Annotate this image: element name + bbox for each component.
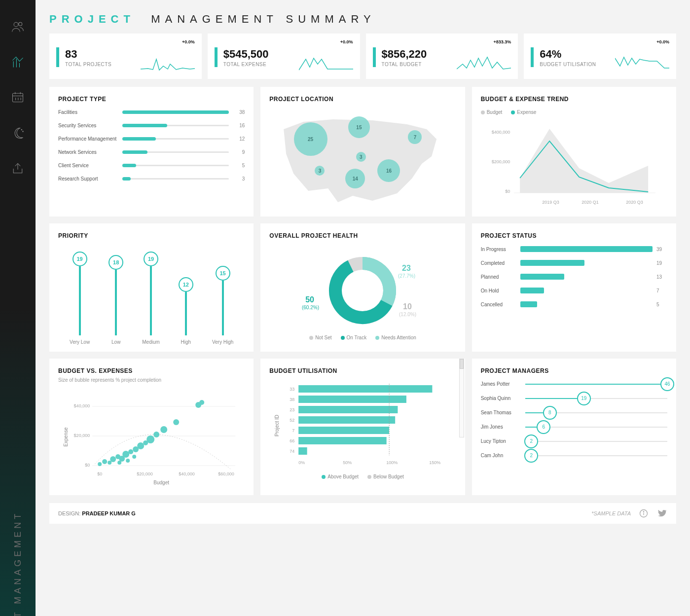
twitter-icon[interactable] xyxy=(656,508,667,519)
kpi-total-budget[interactable]: $856,220TOTAL BUDGET +833.3% xyxy=(366,34,518,79)
svg-point-1 xyxy=(19,22,22,26)
trend-chart[interactable]: $400,000 $200,000 $0 2019 Q3 2020 Q1 202… xyxy=(481,119,667,208)
svg-point-37 xyxy=(102,459,107,464)
nav-calendar[interactable] xyxy=(11,91,25,107)
svg-text:2020 Q3: 2020 Q3 xyxy=(626,200,643,205)
svg-point-49 xyxy=(160,426,167,433)
sparkline-icon xyxy=(299,54,353,74)
svg-text:Budget: Budget xyxy=(153,480,169,485)
svg-text:23: 23 xyxy=(402,264,411,272)
card-budget-utilisation: BUDGET UTILISATION Project ID 33 38 23 5… xyxy=(260,359,465,495)
ptype-row[interactable]: Security Services 16 xyxy=(58,123,245,128)
svg-text:7: 7 xyxy=(292,428,294,433)
card-health: OVERALL PROJECT HEALTH 23 (27.7%) 50 (60… xyxy=(260,223,465,352)
svg-text:2020 Q1: 2020 Q1 xyxy=(581,200,599,205)
svg-text:2019 Q3: 2019 Q3 xyxy=(542,200,559,205)
card-budget-vs-expenses: BUDGET VS. EXPENSES Size of bubble repre… xyxy=(49,359,254,495)
ptype-row[interactable]: Performance Management 12 xyxy=(58,136,245,142)
nav-people[interactable] xyxy=(11,20,25,36)
map-bubble[interactable]: 25 xyxy=(294,122,327,156)
svg-text:66: 66 xyxy=(290,438,294,443)
status-row[interactable]: Planned 13 xyxy=(481,274,667,280)
card-project-location: PROJECT LOCATION 25 15 7 3 3 14 16 xyxy=(260,87,465,217)
sidebar-vertical-label: PROJECT MANAGEMENT xyxy=(13,511,23,616)
card-budget-trend: BUDGET & EXPENSE TREND Budget Expense $4… xyxy=(472,87,676,217)
svg-text:$20,000: $20,000 xyxy=(74,433,90,438)
info-icon[interactable] xyxy=(639,508,649,518)
svg-text:(27.7%): (27.7%) xyxy=(398,273,415,279)
manager-row[interactable]: Cam John 2 xyxy=(481,453,667,458)
svg-text:0%: 0% xyxy=(298,460,305,465)
manager-row[interactable]: Sean Thomas 8 xyxy=(481,410,667,415)
priority-lollipop[interactable]: 18 Low xyxy=(109,255,123,345)
ptype-row[interactable]: Facilities 38 xyxy=(58,109,245,115)
sparkline-icon xyxy=(615,54,669,74)
svg-point-52 xyxy=(199,400,204,405)
map-bubble[interactable]: 15 xyxy=(348,116,370,138)
svg-text:$40,000: $40,000 xyxy=(179,471,195,476)
chart-icon xyxy=(11,55,25,69)
priority-lollipop[interactable]: 19 Very Low xyxy=(70,252,90,345)
ptype-row[interactable]: Research Support 3 xyxy=(58,176,245,181)
status-row[interactable]: Cancelled 5 xyxy=(481,301,667,307)
footer: DESIGN: PRADEEP KUMAR G *SAMPLE DATA xyxy=(49,503,676,524)
svg-point-54 xyxy=(126,459,130,463)
page-title: PROJECT MANAGEMENT SUMMARY xyxy=(49,13,676,26)
scatter-chart[interactable]: Expense $40,000 $20,000 $0 xyxy=(58,388,245,486)
svg-text:74: 74 xyxy=(290,449,294,454)
util-chart[interactable]: Project ID 33 38 23 52 7 66 74 0% 50% 10… xyxy=(269,381,456,470)
priority-lollipop[interactable]: 12 High xyxy=(179,277,193,345)
nav-dashboard[interactable] xyxy=(11,55,25,71)
status-row[interactable]: In Progress 39 xyxy=(481,246,667,252)
ptype-row[interactable]: Client Service 5 xyxy=(58,163,245,168)
manager-row[interactable]: Lucy Tipton 2 xyxy=(481,438,667,444)
kpi-budget-utilisation[interactable]: 64%BUDGET UTILISATION +0.0% xyxy=(524,34,676,79)
ptype-row[interactable]: Network Services 9 xyxy=(58,149,245,155)
svg-text:Expense: Expense xyxy=(63,427,69,446)
map[interactable]: 25 15 7 3 3 14 16 xyxy=(269,109,456,208)
nav-darkmode[interactable] xyxy=(11,126,25,142)
card-project-managers: PROJECT MANAGERS James Potter 46 Sophia … xyxy=(472,359,676,495)
sparkline-icon xyxy=(457,54,511,74)
svg-point-42 xyxy=(122,451,129,458)
svg-text:52: 52 xyxy=(290,418,294,423)
kpi-total-expense[interactable]: $545,500TOTAL EXPENSE +0.0% xyxy=(208,34,360,79)
svg-rect-75 xyxy=(298,447,307,455)
svg-point-48 xyxy=(153,432,159,437)
map-bubble[interactable]: 3 xyxy=(356,152,366,162)
kpi-total-projects[interactable]: 83TOTAL PROJECTS +0.0% xyxy=(49,34,202,79)
svg-point-47 xyxy=(146,435,154,443)
card-priority: PRIORITY 19 Very Low 18 Low 19 Medium 12… xyxy=(49,223,254,352)
svg-text:$0: $0 xyxy=(97,471,102,476)
svg-text:$0: $0 xyxy=(505,189,510,194)
svg-text:10: 10 xyxy=(403,302,412,311)
svg-point-43 xyxy=(128,449,133,454)
svg-rect-71 xyxy=(298,427,389,434)
priority-lollipop[interactable]: 15 Very High xyxy=(212,266,233,345)
svg-rect-69 xyxy=(298,416,395,424)
svg-text:50%: 50% xyxy=(343,460,352,465)
priority-lollipop[interactable]: 19 Medium xyxy=(142,252,160,345)
svg-point-55 xyxy=(132,455,136,459)
svg-point-53 xyxy=(117,461,121,465)
svg-point-13 xyxy=(23,131,23,132)
sparkline-icon xyxy=(141,54,195,74)
svg-text:38: 38 xyxy=(290,397,294,402)
moon-icon xyxy=(11,126,25,140)
svg-text:150%: 150% xyxy=(429,460,440,465)
manager-row[interactable]: James Potter 46 xyxy=(481,381,667,387)
donut-chart[interactable]: 23 (27.7%) 50 (60.2%) 10 (12.0%) xyxy=(289,246,436,335)
scrollbar[interactable] xyxy=(459,359,464,437)
status-row[interactable]: Completed 19 xyxy=(481,260,667,266)
manager-row[interactable]: Jim Jones 6 xyxy=(481,424,667,430)
svg-text:33: 33 xyxy=(290,387,294,392)
svg-rect-5 xyxy=(13,93,23,102)
svg-marker-18 xyxy=(520,129,648,193)
svg-text:Project ID: Project ID xyxy=(274,415,280,436)
nav-share[interactable] xyxy=(11,162,25,178)
main-content: PROJECT MANAGEMENT SUMMARY 83TOTAL PROJE… xyxy=(36,0,690,616)
svg-text:$400,000: $400,000 xyxy=(491,130,510,135)
svg-rect-63 xyxy=(298,385,432,393)
status-row[interactable]: On Hold 7 xyxy=(481,288,667,293)
manager-row[interactable]: Sophia Quinn 19 xyxy=(481,396,667,401)
